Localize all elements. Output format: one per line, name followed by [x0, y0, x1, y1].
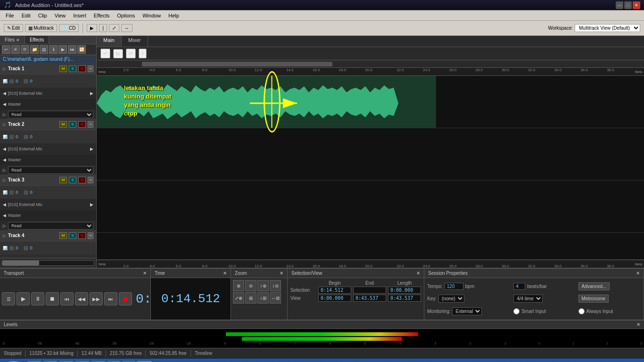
- scissors-btn[interactable]: ✂: [126, 49, 136, 58]
- play-button[interactable]: ▶: [87, 24, 97, 32]
- panel-btn-4[interactable]: 📁: [30, 45, 39, 54]
- track-1-pan[interactable]: 0: [30, 79, 33, 83]
- track-1-more[interactable]: ≡: [88, 66, 93, 72]
- metronome-button[interactable]: Metronome: [578, 295, 609, 303]
- sel-end-input[interactable]: [353, 287, 386, 294]
- levels-close[interactable]: ✕: [636, 322, 640, 327]
- track-4-expand[interactable]: ▷: [3, 233, 6, 238]
- track-3-solo[interactable]: S: [69, 177, 76, 183]
- track-4-pan[interactable]: 0: [30, 246, 33, 250]
- file-item[interactable]: C:\metahan\6. godam sound (F)...: [0, 55, 96, 63]
- envelope-btn[interactable]: ⌇: [139, 49, 147, 58]
- timeline-scroll-thumb[interactable]: [142, 62, 332, 66]
- track-3-input-arrow-left[interactable]: ◀: [3, 202, 6, 207]
- track-3-expand[interactable]: ▷: [3, 178, 6, 182]
- track-2-record[interactable]: R: [78, 121, 86, 128]
- zoom-full-h[interactable]: ↔⊞: [270, 292, 281, 304]
- track-3-record[interactable]: R: [78, 177, 86, 183]
- track-3-pan[interactable]: 0: [30, 190, 33, 195]
- always-input-radio[interactable]: [578, 308, 585, 314]
- files-close[interactable]: ✕: [16, 38, 20, 42]
- panel-btn-loop[interactable]: 🔁: [77, 45, 86, 54]
- transport-stop-btn[interactable]: ⏹: [46, 292, 59, 305]
- menu-effects[interactable]: Effects: [90, 12, 113, 19]
- sidebar-scroll-thumb[interactable]: [2, 261, 39, 265]
- transport-skip-fwd-btn[interactable]: ▶▶: [90, 292, 103, 305]
- tool-button[interactable]: ↔: [121, 24, 132, 32]
- view-end-input[interactable]: [353, 295, 386, 302]
- track-1-solo[interactable]: S: [69, 66, 76, 72]
- panel-btn-1[interactable]: ↩: [2, 45, 10, 54]
- track-2-vol[interactable]: 0: [16, 134, 18, 139]
- track-2-read-select[interactable]: Read: [8, 166, 93, 174]
- track-3-read-expand[interactable]: ▷: [3, 223, 6, 228]
- track-3-read-select[interactable]: Read: [8, 222, 93, 230]
- track-1-record[interactable]: R: [78, 66, 86, 72]
- tab-files[interactable]: Files ✕: [0, 36, 25, 44]
- selection-close[interactable]: ✕: [416, 271, 420, 276]
- advanced-button[interactable]: Advanced...: [578, 282, 610, 290]
- session-close[interactable]: ✕: [636, 271, 640, 276]
- sel-length-input[interactable]: [388, 287, 421, 294]
- transport-end-btn[interactable]: ⏭: [104, 292, 117, 305]
- track-4-record[interactable]: R: [78, 232, 86, 239]
- tab-main[interactable]: Main: [97, 36, 122, 47]
- time-select[interactable]: 4/4 time: [513, 295, 543, 303]
- monitoring-select[interactable]: External: [452, 307, 482, 315]
- track-2-solo[interactable]: S: [69, 121, 76, 128]
- transport-record-btn[interactable]: ⏺: [119, 292, 132, 305]
- menu-view[interactable]: View: [51, 12, 70, 19]
- workspace-select[interactable]: Multitrack View (Default): [575, 24, 640, 32]
- track-4-more[interactable]: ≡: [88, 232, 93, 239]
- menu-insert[interactable]: Insert: [69, 12, 90, 19]
- track-2-more[interactable]: ≡: [88, 121, 93, 128]
- track-2-input-arrow-left[interactable]: ◀: [3, 147, 6, 151]
- track-2-mute[interactable]: M: [59, 121, 67, 128]
- time-close[interactable]: ✕: [223, 271, 227, 276]
- close-button[interactable]: ✕: [633, 1, 640, 9]
- sel-begin-input[interactable]: [318, 287, 351, 294]
- track-4-solo[interactable]: S: [69, 232, 76, 239]
- track-1-input-arrow-left[interactable]: ◀: [3, 91, 6, 96]
- track-1-read-expand[interactable]: ▷: [3, 112, 6, 117]
- zoom-out-v[interactable]: ↕⊖: [270, 280, 281, 291]
- multitrack-button[interactable]: ▦ Multitrack: [25, 24, 57, 32]
- panel-btn-5[interactable]: ▤: [40, 45, 48, 54]
- track-1-vol[interactable]: 0: [16, 79, 18, 83]
- beats-input[interactable]: [513, 283, 525, 290]
- maximize-button[interactable]: □: [624, 1, 632, 9]
- menu-options[interactable]: Options: [113, 12, 139, 19]
- tab-mixer[interactable]: Mixer: [122, 36, 148, 47]
- track-3-mute[interactable]: M: [59, 177, 67, 183]
- menu-edit[interactable]: Edit: [18, 12, 34, 19]
- tempo-input[interactable]: [445, 283, 463, 290]
- smart-input-radio[interactable]: [513, 308, 520, 314]
- track-3-input-arrow-right[interactable]: ▶: [90, 202, 93, 207]
- panel-btn-7[interactable]: ▶: [58, 45, 67, 54]
- zoom-full-v[interactable]: ↕⊞: [257, 292, 269, 304]
- track-4-mute[interactable]: M: [59, 232, 67, 239]
- zoom-close[interactable]: ✕: [280, 271, 283, 276]
- zoom-out-h[interactable]: ⊖: [245, 280, 256, 291]
- track-1-expand[interactable]: ▷: [3, 66, 6, 71]
- return-to-start-btn[interactable]: ↩: [100, 49, 110, 58]
- track-1-mute[interactable]: M: [59, 66, 67, 72]
- menu-clip[interactable]: Clip: [34, 12, 51, 19]
- panel-btn-2[interactable]: ✕: [11, 45, 20, 54]
- track-3-vol[interactable]: 0: [16, 190, 18, 195]
- panel-btn-3[interactable]: ⟳: [21, 45, 29, 54]
- zoom-full[interactable]: ⊞: [245, 292, 256, 304]
- menu-help[interactable]: Help: [165, 12, 183, 19]
- track-2-input-arrow-right[interactable]: ▶: [90, 147, 93, 151]
- transport-loop-btn[interactable]: ⏮: [60, 292, 74, 305]
- menu-file[interactable]: File: [2, 12, 18, 19]
- minimize-button[interactable]: —: [616, 1, 623, 9]
- zoom-sel[interactable]: ⤢⊕: [233, 292, 244, 304]
- zoom-in-v[interactable]: ↕⊕: [257, 280, 269, 291]
- transport-skip-back-btn[interactable]: ◀◀: [75, 292, 88, 305]
- timeline-scrollbar[interactable]: [97, 60, 644, 68]
- track-1-input-arrow-right[interactable]: ▶: [90, 91, 93, 96]
- track-2-pan[interactable]: 0: [30, 134, 33, 139]
- panel-btn-autoplay[interactable]: ⏭: [68, 45, 76, 54]
- track-3-more[interactable]: ≡: [88, 177, 93, 183]
